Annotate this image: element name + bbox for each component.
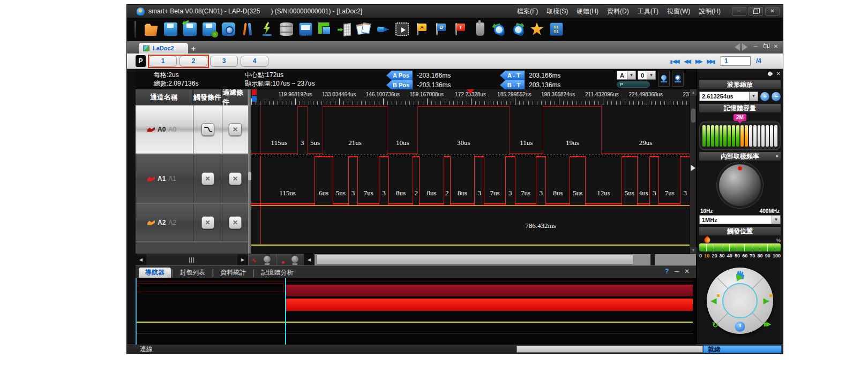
menu-item-f[interactable]: 檔案(F) (513, 6, 542, 17)
vertical-scrollbar[interactable]: ▲ ▼ (690, 89, 696, 254)
waveform-view[interactable]: 119.968192us133.034464us146.100736us159.… (251, 89, 690, 254)
clock-icon[interactable] (735, 322, 745, 332)
trigger-knob-cell[interactable]: ∿ (248, 254, 276, 265)
zoom-value-select[interactable]: 2.613254us▼ (699, 92, 758, 101)
trigger-falling-edge-button[interactable] (201, 123, 214, 136)
filter-knob-cell[interactable] (276, 254, 304, 265)
bottom-tab-4[interactable]: 記憶體分析 (255, 268, 300, 278)
favorites-icon[interactable] (527, 20, 547, 39)
navigation-pad[interactable]: ◀ ▶ ↻ ▶▶ (707, 268, 773, 334)
waveform-a0[interactable]: 115us35us21us10us30us11us19us29us (251, 105, 690, 155)
scrollbar-grip[interactable]: ||| (189, 256, 195, 263)
screenshot-icon[interactable] (219, 20, 238, 39)
b-pos-badge[interactable]: B Pos (386, 80, 413, 90)
window-layout-icon[interactable] (315, 20, 334, 39)
navigator-view-box[interactable] (138, 283, 284, 292)
waveform-a1[interactable]: 115us6us5us37us38us28us28us37us37us38us5… (251, 156, 690, 205)
set-cursor-pin-button[interactable] (672, 71, 684, 87)
table-scrollbar[interactable]: ◀ ||| ▶ (136, 254, 248, 265)
navigator-left-cursor[interactable] (136, 278, 137, 345)
prev-page-icon[interactable]: ◀◀ (684, 58, 690, 64)
play-icon[interactable] (737, 274, 743, 281)
menu-item-h[interactable]: 硬體(H) (573, 6, 602, 17)
cursor-select[interactable]: A▼ (617, 71, 636, 80)
save-icon[interactable] (161, 20, 180, 39)
fast-forward-icon[interactable]: ▶▶ (764, 321, 769, 327)
doc-close-button[interactable]: ✕ (772, 43, 780, 50)
flag-a-marker[interactable] (252, 89, 257, 95)
doc-minimize-button[interactable]: ─ (752, 43, 759, 50)
media-player-icon[interactable] (392, 20, 411, 39)
zoom-in-button[interactable]: + (760, 92, 769, 101)
next-page-icon[interactable]: ▶▶ (695, 58, 701, 64)
flag-b-icon[interactable]: B (431, 20, 450, 39)
page-button-1[interactable]: 1 (149, 56, 177, 67)
waveform-scrollbar[interactable]: ◀ (304, 254, 696, 265)
pin-panel-icon[interactable] (767, 71, 773, 77)
col-filter[interactable]: 過濾條件 (222, 89, 248, 105)
memory-meter[interactable] (699, 121, 781, 150)
setup-tools-icon[interactable] (238, 20, 257, 39)
step-right-icon[interactable]: ▶ (763, 296, 769, 306)
instrument-panel-icon[interactable] (296, 20, 315, 39)
p-slider[interactable]: P (617, 81, 650, 88)
open-file-icon[interactable] (141, 20, 161, 39)
col-channel-name[interactable]: 通道名稱 (136, 89, 193, 105)
goto-cursor-pin-button[interactable] (658, 71, 670, 87)
channel-row-a0[interactable]: A0A0 ✕ (136, 105, 248, 155)
b-t-badge[interactable]: B - T (500, 80, 525, 90)
waveform-a2[interactable]: 786.432ms (251, 206, 690, 245)
help-button[interactable]: ? (665, 268, 669, 275)
hscroll-thumb[interactable] (317, 255, 633, 265)
panel-close-button[interactable]: ✕ (684, 268, 690, 275)
menu-item-s[interactable]: 取樣(S) (543, 6, 572, 17)
filter-none-button[interactable]: ✕ (229, 172, 242, 185)
channel-row-a1[interactable]: A1A1 ✕ ✕ (136, 155, 248, 204)
step-left-icon[interactable]: ◀ (710, 296, 717, 306)
page-number-input[interactable]: 1 (721, 56, 751, 66)
frequency-knob[interactable] (719, 164, 761, 206)
more-icon[interactable]: » (775, 152, 779, 161)
page-button-4[interactable]: 4 (241, 56, 268, 67)
tab-ladoc2[interactable]: LaDoc2 (139, 43, 188, 54)
col-trigger[interactable]: 觸發條件 (193, 89, 222, 105)
menu-item-d[interactable]: 資料(D) (603, 6, 633, 17)
bottom-tab-2[interactable]: 封包列表 (173, 268, 212, 278)
bottom-tab-3[interactable]: 資料統計 (214, 268, 252, 278)
memory-device-icon[interactable] (276, 20, 296, 39)
zoom-next-icon[interactable] (508, 20, 527, 39)
trigger-position-bar[interactable] (699, 243, 781, 251)
bus-connector-icon[interactable] (373, 20, 392, 39)
trigger-none-button[interactable]: ✕ (201, 172, 214, 185)
filter-none-button[interactable]: ✕ (229, 123, 242, 136)
file-compare-icon[interactable] (354, 20, 373, 39)
bottom-tab-1[interactable]: 導航器 (139, 268, 171, 278)
menu-item-t[interactable]: 工具(T) (634, 6, 662, 17)
quick-capture-icon[interactable] (257, 20, 276, 39)
scroll-up-icon[interactable]: ▲ (690, 89, 697, 96)
scroll-right-icon[interactable]: ▶ (237, 254, 248, 265)
a-t-badge[interactable]: A - T (500, 71, 525, 80)
save-config-icon[interactable] (199, 20, 219, 39)
value-select[interactable]: 0▼ (638, 71, 656, 80)
vscroll-thumb[interactable] (691, 109, 695, 123)
page-button-3[interactable]: 3 (210, 56, 238, 67)
a-pos-badge[interactable]: A Pos (386, 71, 413, 80)
label-tool-icon[interactable] (469, 20, 489, 39)
filter-none-button[interactable]: ✕ (229, 216, 242, 229)
zoom-back-icon[interactable] (489, 20, 508, 39)
page-p-button[interactable]: P (136, 55, 146, 67)
scroll-left-icon[interactable]: ◀ (136, 254, 146, 265)
export-data-icon[interactable] (334, 20, 354, 39)
page-button-2[interactable]: 2 (179, 56, 207, 67)
frequency-select[interactable]: 1MHz▼ (699, 215, 781, 224)
first-page-icon[interactable]: ◀◀ (670, 58, 679, 64)
scroll-left-icon[interactable]: ◀ (304, 254, 315, 265)
binary-view-icon[interactable]: 01 01 (547, 20, 566, 39)
zoom-out-button[interactable]: − (772, 92, 781, 101)
navigator-position-cursor[interactable] (285, 278, 286, 345)
minimize-button[interactable]: ─ (732, 7, 746, 16)
time-ruler[interactable]: 119.968192us133.034464us146.100736us159.… (251, 89, 690, 105)
tab-scroll-left-icon[interactable] (735, 43, 740, 51)
tab-scroll-right-icon[interactable] (742, 43, 747, 51)
